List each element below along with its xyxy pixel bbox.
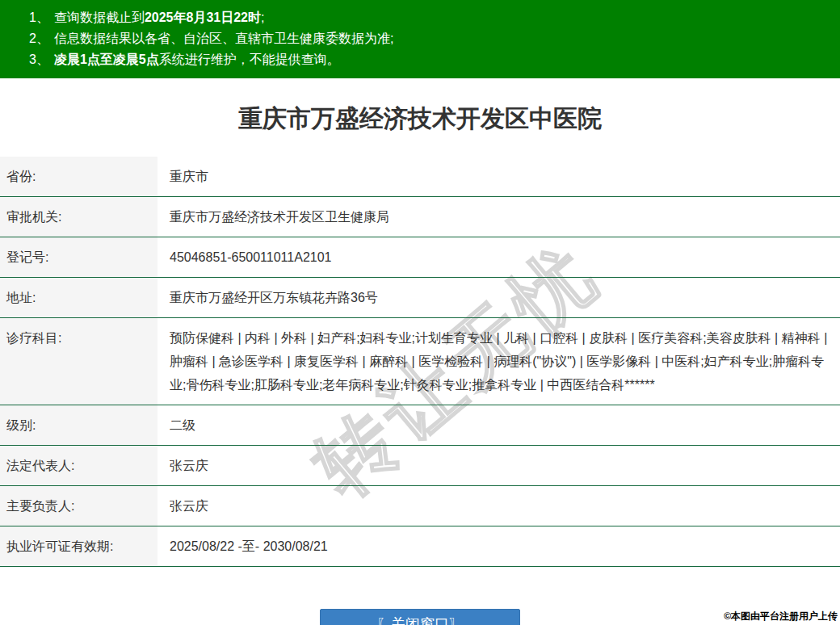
footer-credit: ©本图由平台注册用户上传 <box>724 610 838 623</box>
table-row: 地址: 重庆市万盛经开区万东镇花卉路36号 <box>0 278 840 318</box>
row-label: 法定代表人: <box>0 446 158 485</box>
table-row: 级别: 二级 <box>0 405 840 446</box>
row-value: 重庆市 <box>158 157 840 196</box>
notice-item: 1、查询数据截止到2025年8月31日22时; <box>29 7 832 28</box>
table-row: 主要负责人: 张云庆 <box>0 486 840 526</box>
row-label: 审批机关: <box>0 197 158 237</box>
notice-item-text: ; <box>261 10 264 24</box>
row-label: 登记号: <box>0 237 158 277</box>
row-label: 级别: <box>0 405 158 445</box>
notice-item-text: 系统进行维护，不能提供查询。 <box>159 52 340 66</box>
notice-item-bold-text: 凌晨1点至凌晨5点 <box>54 52 159 66</box>
row-label: 执业许可证有效期: <box>0 526 158 566</box>
page-title: 重庆市万盛经济技术开发区中医院 <box>0 103 840 136</box>
row-label: 省份: <box>0 157 158 196</box>
row-value: 2025/08/22 -至- 2030/08/21 <box>158 526 840 566</box>
table-row: 法定代表人: 张云庆 <box>0 446 840 486</box>
table-row: 诊疗科目: 预防保健科 | 内科 | 外科 | 妇产科;妇科专业;计划生育专业 … <box>0 318 840 405</box>
table-row: 执业许可证有效期: 2025/08/22 -至- 2030/08/21 <box>0 526 840 567</box>
row-label: 诊疗科目: <box>0 318 158 405</box>
table-row: 审批机关: 重庆市万盛经济技术开发区卫生健康局 <box>0 197 840 237</box>
notice-item-text: 信息数据结果以各省、自治区、直辖市卫生健康委数据为准; <box>54 31 393 45</box>
notice-item: 2、信息数据结果以各省、自治区、直辖市卫生健康委数据为准; <box>29 28 832 49</box>
table-row: 登记号: 45046851-650011011A2101 <box>0 237 840 278</box>
row-value: 重庆市万盛经济技术开发区卫生健康局 <box>158 197 840 237</box>
notice-banner: 1、查询数据截止到2025年8月31日22时; 2、信息数据结果以各省、自治区、… <box>0 0 840 78</box>
row-value: 预防保健科 | 内科 | 外科 | 妇产科;妇科专业;计划生育专业 | 儿科 |… <box>158 318 840 405</box>
row-value: 二级 <box>158 405 840 445</box>
notice-item-number: 1、 <box>29 10 49 24</box>
row-label: 主要负责人: <box>0 486 158 526</box>
notice-item: 3、凌晨1点至凌晨5点系统进行维护，不能提供查询。 <box>29 49 832 70</box>
row-value: 45046851-650011011A2101 <box>158 237 840 277</box>
close-window-button[interactable]: 〖关闭窗口〗 <box>320 609 520 625</box>
notice-item-number: 3、 <box>29 52 49 66</box>
notice-item-number: 2、 <box>29 31 49 45</box>
row-value: 张云庆 <box>158 486 840 526</box>
notice-item-bold-text: 2025年8月31日22时 <box>145 10 261 24</box>
row-value: 张云庆 <box>158 446 840 485</box>
row-label: 地址: <box>0 278 158 317</box>
info-table: 省份: 重庆市 审批机关: 重庆市万盛经济技术开发区卫生健康局 登记号: 450… <box>0 157 840 567</box>
row-value: 重庆市万盛经开区万东镇花卉路36号 <box>158 278 840 317</box>
notice-item-text: 查询数据截止到 <box>54 10 145 24</box>
table-row: 省份: 重庆市 <box>0 157 840 197</box>
